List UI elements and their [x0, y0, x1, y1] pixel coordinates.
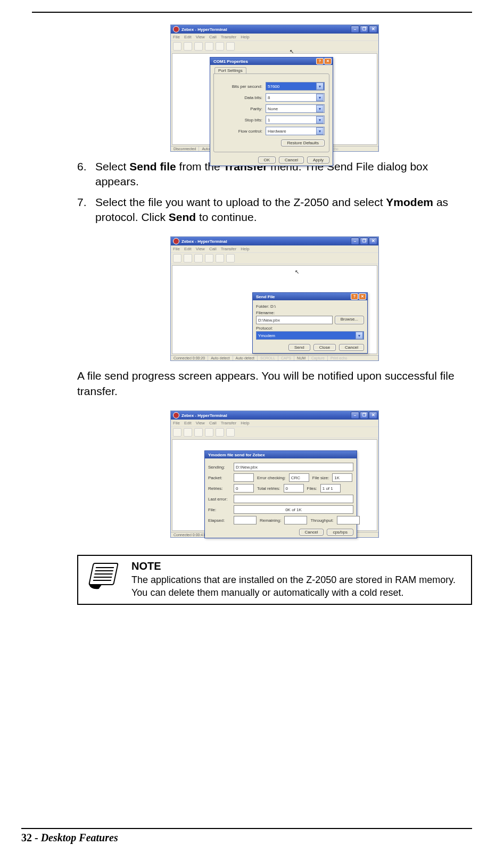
menu-file[interactable]: File — [173, 247, 180, 251]
menu-edit[interactable]: Edit — [184, 421, 192, 425]
chevron-down-icon: ▾ — [316, 127, 324, 135]
dialog-titlebar: COM1 Properties ?✕ — [210, 58, 333, 65]
elapsed-label: Elapsed: — [208, 518, 230, 523]
lasterr-field — [234, 495, 353, 503]
toolbar-button[interactable] — [226, 428, 235, 437]
toolbar-button[interactable] — [205, 428, 213, 437]
cancel-button[interactable]: Cancel — [339, 344, 364, 351]
filename-field[interactable]: D:\New.pbx — [256, 316, 333, 324]
toolbar-button[interactable] — [216, 42, 224, 51]
window-titlebar: Zebex - HyperTerminal – ❐ ✕ — [171, 237, 378, 245]
send-file-dialog: Send File ?✕ Folder: D:\ Filename: D:\Ne… — [252, 292, 368, 354]
help-button[interactable]: ? — [316, 58, 324, 64]
maximize-button[interactable]: ❐ — [360, 26, 368, 33]
apply-button[interactable]: Apply — [307, 157, 329, 163]
protocol-combo[interactable]: Ymodem▾ — [256, 331, 364, 340]
cursor-icon: ↖ — [295, 269, 299, 275]
toolbar-button[interactable] — [216, 254, 224, 262]
databits-combo[interactable]: 8▾ — [266, 93, 325, 102]
toolbar-button[interactable] — [194, 254, 203, 262]
bps-label: Bits per second: — [225, 84, 262, 89]
cpsbps-button[interactable]: cps/bps — [327, 529, 353, 536]
toolbar-button[interactable] — [194, 428, 203, 437]
throughput-field — [337, 516, 360, 524]
maximize-button[interactable]: ❐ — [360, 237, 368, 245]
flowcontrol-combo[interactable]: Hardware▾ — [266, 127, 325, 135]
page-footer: 32 - Desktop Features — [21, 832, 118, 844]
menu-help[interactable]: Help — [241, 247, 249, 251]
toolbar-button[interactable] — [226, 254, 235, 262]
status-scroll: SCROLL — [258, 356, 278, 360]
packet-label: Packet: — [208, 475, 230, 480]
totret-label: Total retries: — [257, 486, 280, 491]
note-heading: NOTE — [131, 560, 465, 572]
close-button[interactable]: ✕ — [324, 58, 332, 64]
menu-view[interactable]: View — [196, 35, 205, 39]
toolbar-button[interactable] — [173, 254, 181, 262]
stopbits-combo[interactable]: 1▾ — [266, 116, 325, 124]
status-bar: Connected 0:00:20 Auto detect Auto detec… — [171, 355, 378, 360]
toolbar-button[interactable] — [173, 428, 181, 437]
status-caps: CAPS — [278, 356, 294, 360]
toolbar — [171, 252, 378, 264]
paragraph: A file send progress screen appears. You… — [77, 368, 472, 399]
close-button[interactable]: ✕ — [369, 26, 377, 33]
file-label: File: — [208, 507, 230, 512]
menu-view[interactable]: View — [196, 247, 205, 251]
minimize-button[interactable]: – — [351, 412, 359, 419]
toolbar-button[interactable] — [205, 42, 213, 51]
menu-file[interactable]: File — [173, 35, 180, 39]
status-connection: Connected 0:00:41 — [171, 532, 208, 537]
menu-transfer[interactable]: Transfer — [221, 421, 237, 425]
toolbar — [171, 426, 378, 438]
sending-label: Sending: — [208, 465, 230, 470]
menu-help[interactable]: Help — [241, 421, 249, 425]
toolbar-button[interactable] — [173, 42, 181, 51]
databits-label: Data bits: — [225, 95, 262, 100]
menu-call[interactable]: Call — [209, 35, 217, 39]
menu-view[interactable]: View — [196, 421, 205, 425]
window-title: Zebex - HyperTerminal — [181, 413, 227, 418]
parity-combo[interactable]: None▾ — [266, 104, 325, 113]
tab-port-settings[interactable]: Port Settings — [214, 67, 246, 73]
menu-file[interactable]: File — [173, 421, 180, 425]
toolbar-button[interactable] — [205, 254, 213, 262]
close-button[interactable]: ✕ — [359, 293, 366, 300]
menu-edit[interactable]: Edit — [184, 247, 192, 251]
bps-combo[interactable]: 57600▾ — [266, 82, 325, 91]
menu-transfer[interactable]: Transfer — [221, 35, 237, 39]
status-autodetect: Auto detect — [208, 356, 233, 360]
throughput-label: Throughput: — [310, 518, 333, 523]
close-dialog-button[interactable]: Close — [313, 344, 336, 351]
elapsed-field — [234, 516, 257, 524]
maximize-button[interactable]: ❐ — [360, 412, 368, 419]
help-button[interactable]: ? — [351, 293, 358, 300]
cancel-button[interactable]: Cancel — [279, 157, 304, 163]
ok-button[interactable]: OK — [258, 157, 276, 163]
ymodem-progress-dialog: Ymodem file send for Zebex Sending: D:\N… — [204, 450, 357, 538]
toolbar-button[interactable] — [194, 42, 203, 51]
toolbar-button[interactable] — [216, 428, 224, 437]
minimize-button[interactable]: – — [351, 26, 359, 33]
menu-bar: File Edit View Call Transfer Help — [171, 34, 378, 40]
menu-call[interactable]: Call — [209, 247, 217, 251]
cancel-button[interactable]: Cancel — [299, 529, 324, 536]
toolbar-button[interactable] — [184, 254, 192, 262]
toolbar-button[interactable] — [226, 42, 235, 51]
restore-defaults-button[interactable]: Restore Defaults — [281, 140, 325, 146]
menu-call[interactable]: Call — [209, 421, 217, 425]
toolbar-button[interactable] — [184, 428, 192, 437]
browse-button[interactable]: Browse... — [335, 316, 364, 324]
note-box: NOTE The applications that are installed… — [77, 555, 472, 605]
status-num: NUM — [294, 356, 309, 360]
filesize-field: 1K — [332, 473, 352, 482]
parity-label: Parity: — [225, 106, 262, 111]
menu-help[interactable]: Help — [241, 35, 249, 39]
close-button[interactable]: ✕ — [369, 237, 377, 245]
toolbar-button[interactable] — [184, 42, 192, 51]
close-button[interactable]: ✕ — [369, 412, 377, 419]
menu-edit[interactable]: Edit — [184, 35, 192, 39]
menu-transfer[interactable]: Transfer — [221, 247, 237, 251]
minimize-button[interactable]: – — [351, 237, 359, 245]
send-button[interactable]: Send — [288, 344, 310, 351]
